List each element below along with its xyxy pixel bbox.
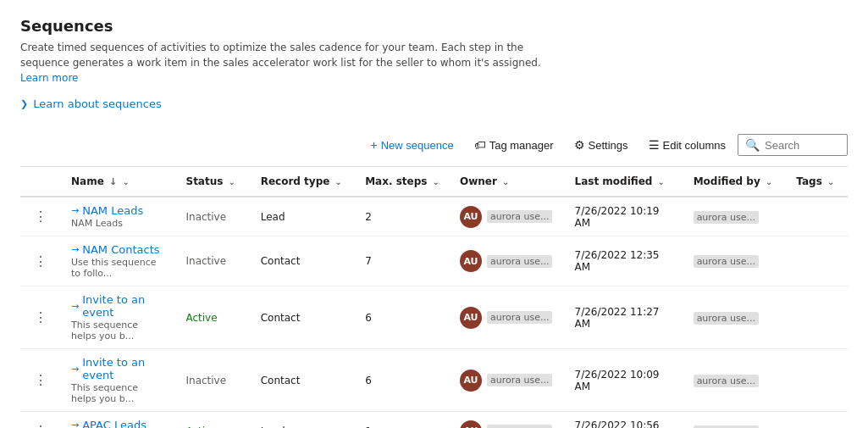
max-steps-text: 2 — [365, 211, 372, 223]
sequence-name-link[interactable]: → NAM Contacts — [71, 243, 165, 256]
toolbar: + New sequence 🏷 Tag manager ⚙ Settings … — [20, 134, 848, 163]
page-description: Create timed sequences of activities to … — [20, 40, 562, 86]
col-modifiedby-label: Modified by — [694, 175, 760, 187]
modified-by-text: aurora use... — [694, 312, 759, 325]
col-header-status[interactable]: Status ⌄ — [175, 167, 250, 197]
edit-columns-label: Edit columns — [663, 139, 726, 152]
row-name-cell: → NAM Leads NAM Leads — [61, 197, 175, 236]
col-header-owner[interactable]: Owner ⌄ — [450, 167, 565, 197]
sequence-name: Invite to an event — [82, 356, 165, 381]
chevron-down-icon: ⌄ — [335, 177, 342, 186]
row-record-type-cell: Contact — [251, 349, 355, 412]
nav-icon: → — [71, 364, 79, 375]
col-record-label: Record type — [261, 175, 330, 187]
last-modified-text: 7/26/2022 12:35 AM — [575, 249, 660, 273]
col-header-modified-by[interactable]: Modified by ⌄ — [683, 167, 787, 197]
new-sequence-button[interactable]: + New sequence — [362, 134, 462, 156]
sequence-name: APAC Leads — [82, 419, 147, 428]
row-owner-cell: AU aurora use... — [450, 349, 565, 412]
sequence-name: NAM Leads — [82, 204, 143, 217]
row-tags-cell — [786, 412, 848, 429]
plus-icon: + — [371, 138, 378, 152]
owner-avatar: AU — [460, 250, 482, 272]
table-row: ⋮ → Invite to an event This sequence hel… — [20, 349, 848, 412]
status-text: Active — [185, 312, 217, 324]
col-tags-label: Tags — [796, 175, 821, 187]
row-record-type-cell: Contact — [251, 286, 355, 349]
sequence-name-link[interactable]: → NAM Leads — [71, 204, 165, 217]
owner-initials: AU — [463, 312, 478, 323]
sequence-name-link[interactable]: → Invite to an event — [71, 293, 165, 319]
edit-columns-button[interactable]: ☰ Edit columns — [640, 134, 734, 156]
nav-icon: → — [71, 301, 79, 312]
row-record-type-cell: Contact — [251, 236, 355, 286]
row-name-cell: → NAM Contacts Use this sequence to foll… — [61, 236, 175, 286]
col-header-name[interactable]: Name ↓ ⌄ — [61, 167, 175, 197]
owner-avatar: AU — [460, 370, 482, 392]
row-owner-cell: AU aurora use... — [450, 197, 565, 236]
search-input[interactable] — [765, 139, 840, 152]
sequence-name-link[interactable]: → APAC Leads — [71, 419, 165, 428]
last-modified-text: 7/26/2022 10:09 AM — [575, 369, 660, 392]
row-record-type-cell: Lead — [251, 197, 355, 236]
owner-initials: AU — [463, 375, 478, 386]
status-text: Inactive — [185, 375, 226, 386]
more-options-button[interactable]: ⋮ — [30, 207, 51, 226]
sequence-description: This sequence helps you b... — [71, 320, 165, 342]
last-modified-text: 7/26/2022 11:27 AM — [575, 306, 660, 330]
row-status-cell: Active — [175, 286, 250, 349]
nav-icon: → — [71, 420, 79, 428]
tag-manager-button[interactable]: 🏷 Tag manager — [466, 134, 562, 156]
owner-name: aurora use... — [487, 311, 552, 324]
chevron-right-icon: ❯ — [20, 98, 28, 109]
new-sequence-label: New sequence — [381, 139, 454, 152]
col-name-label: Name — [71, 175, 104, 187]
col-header-record-type[interactable]: Record type ⌄ — [251, 167, 355, 197]
columns-icon: ☰ — [649, 138, 660, 152]
chevron-down-icon: ⌄ — [229, 177, 235, 186]
col-header-last-modified[interactable]: Last modified ⌄ — [565, 167, 683, 197]
more-options-button[interactable]: ⋮ — [30, 421, 51, 428]
learn-about-row[interactable]: ❯ Learn about sequences — [20, 97, 848, 110]
row-tags-cell — [786, 286, 848, 349]
row-tags-cell — [786, 197, 848, 236]
status-text: Active — [185, 425, 217, 429]
record-type-text: Contact — [261, 255, 301, 267]
record-type-text: Contact — [261, 375, 301, 386]
col-header-tags[interactable]: Tags ⌄ — [786, 167, 848, 197]
sequence-name: Invite to an event — [82, 293, 165, 319]
learn-more-link[interactable]: Learn more — [20, 72, 78, 84]
col-modified-label: Last modified — [575, 175, 653, 187]
row-name-cell: → Invite to an event This sequence helps… — [61, 286, 175, 349]
chevron-down-icon: ⌄ — [827, 177, 834, 186]
search-box[interactable]: 🔍 — [738, 134, 848, 156]
col-header-max-steps[interactable]: Max. steps ⌄ — [355, 167, 450, 197]
table-row: ⋮ → NAM Contacts Use this sequence to fo… — [20, 236, 848, 286]
more-options-button[interactable]: ⋮ — [30, 370, 51, 390]
chevron-down-icon: ⌄ — [766, 177, 772, 186]
row-name-cell: → APAC Leads APAC Leads — [61, 412, 175, 429]
col-owner-label: Owner — [460, 175, 497, 187]
owner-name: aurora use... — [487, 210, 552, 223]
learn-about-label: Learn about sequences — [33, 97, 162, 110]
owner-name: aurora use... — [487, 425, 552, 428]
table-row: ⋮ → NAM Leads NAM Leads Inactive Lead 2 … — [20, 197, 848, 236]
row-tags-cell — [786, 236, 848, 286]
page-title: Sequences — [20, 17, 848, 35]
row-owner-cell: AU aurora use... — [450, 412, 565, 429]
row-status-cell: Active — [175, 412, 250, 429]
settings-button[interactable]: ⚙ Settings — [566, 134, 637, 156]
row-last-modified-cell: 7/26/2022 10:09 AM — [565, 349, 683, 412]
row-max-steps-cell: 6 — [355, 286, 450, 349]
row-max-steps-cell: 2 — [355, 197, 450, 236]
col-header-spacer — [20, 167, 61, 197]
more-options-button[interactable]: ⋮ — [30, 308, 51, 327]
row-record-type-cell: Lead — [251, 412, 355, 429]
row-status-cell: Inactive — [175, 236, 250, 286]
settings-icon: ⚙ — [574, 138, 585, 152]
more-options-button[interactable]: ⋮ — [30, 252, 51, 271]
col-status-label: Status — [185, 175, 223, 187]
record-type-text: Contact — [261, 312, 301, 324]
search-icon: 🔍 — [745, 138, 760, 152]
sequence-name-link[interactable]: → Invite to an event — [71, 356, 165, 381]
